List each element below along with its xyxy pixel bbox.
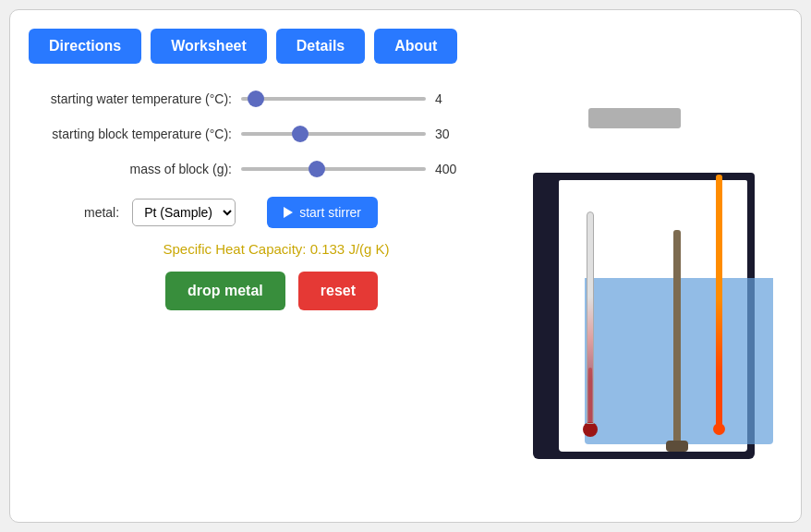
water-thermometer	[583, 212, 598, 452]
start-stirrer-label: start stirrer	[299, 205, 361, 220]
block-temp-row: starting block temperature (°C): 30	[29, 127, 496, 141]
main-content: starting water temperature (°C): 4 start…	[29, 82, 782, 503]
top-bar: Directions Worksheet Details About	[29, 29, 782, 64]
mass-label: mass of block (g):	[29, 162, 241, 176]
block-temp-label: starting block temperature (°C):	[29, 127, 241, 141]
stirrer-rod	[673, 230, 681, 452]
block-thermometer	[712, 175, 725, 452]
metal-row: metal: Pt (Sample) Al Cu Fe Pb Zn start …	[29, 197, 496, 228]
calorimeter-lid	[588, 108, 681, 128]
controls-panel: starting water temperature (°C): 4 start…	[29, 82, 496, 503]
water-temp-row: starting water temperature (°C): 4	[29, 91, 496, 106]
metal-select[interactable]: Pt (Sample) Al Cu Fe Pb Zn	[132, 199, 236, 226]
stirrer-base	[666, 441, 688, 452]
block-temp-value: 30	[435, 127, 472, 141]
water-temp-slider[interactable]	[241, 97, 426, 101]
block-temp-slider[interactable]	[241, 132, 426, 136]
calorimeter	[524, 108, 764, 459]
water-temp-label: starting water temperature (°C):	[29, 91, 241, 106]
directions-button[interactable]: Directions	[29, 29, 141, 64]
start-stirrer-button[interactable]: start stirrer	[267, 197, 378, 228]
play-icon	[284, 207, 293, 218]
visualization-panel	[505, 82, 782, 503]
water-thermo-bulb	[583, 422, 598, 437]
specific-heat-display: Specific Heat Capacity: 0.133 J/(g K)	[56, 241, 496, 257]
block-thermo-bulb	[713, 423, 725, 435]
drop-metal-button[interactable]: drop metal	[165, 272, 285, 310]
mass-row: mass of block (g): 400	[29, 162, 496, 176]
action-row: drop metal reset	[47, 272, 496, 310]
mass-value: 400	[435, 162, 472, 176]
worksheet-button[interactable]: Worksheet	[151, 29, 267, 64]
water-temp-value: 4	[435, 91, 472, 106]
details-button[interactable]: Details	[276, 29, 365, 64]
mass-slider[interactable]	[241, 167, 426, 171]
about-button[interactable]: About	[374, 29, 457, 64]
water-thermo-tube	[587, 212, 594, 424]
water-thermo-fill	[588, 368, 592, 423]
app-container: Directions Worksheet Details About start…	[9, 9, 802, 523]
block-thermo-tube	[716, 175, 722, 424]
metal-label: metal:	[84, 205, 119, 220]
reset-button[interactable]: reset	[298, 272, 378, 310]
